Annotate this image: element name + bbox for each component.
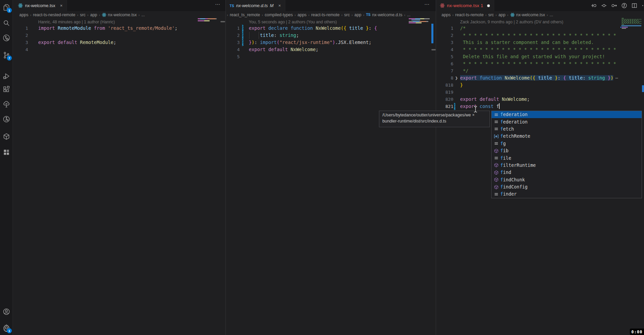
editor-body[interactable]: Hanric, 48 minutes ago | 1 author (Hanri… [13,19,225,335]
code-line[interactable]: 1/* [436,25,644,32]
breadcrumb-item[interactable]: src [80,13,86,17]
editor-body[interactable]: You, 5 seconds ago | 2 authors (You and … [226,19,436,335]
breadcrumb-item[interactable]: TSnx-welcome.d.ts [366,13,403,17]
breadcrumb-item[interactable]: app [498,13,505,17]
code-line[interactable]: 3export default RemoteModule; [13,39,225,46]
breadcrumb-item[interactable]: react-ts-remote [455,13,484,17]
code-line[interactable]: 1export declare function NxWelcome({ tit… [226,25,436,32]
breadcrumb-item[interactable]: ... [141,13,145,17]
breadcrumb-item[interactable]: src [488,13,494,17]
activity-bar-item-account[interactable] [0,305,13,318]
activity-bar-item-extensions[interactable] [0,83,13,96]
code-line[interactable]: 4 * * * * * * * * * * * * * * * * * * * … [436,46,644,53]
discard-icon[interactable] [590,2,597,9]
code-line[interactable]: 2 title: string; [226,32,436,39]
chevron-right-icon: › [341,13,342,17]
code-line[interactable]: 820export default NxWelcome; [436,96,644,103]
breadcrumb-item[interactable]: compiled-types [265,13,293,17]
suggestion-item[interactable]: fetchRemote [492,133,642,140]
compare-changes-icon[interactable] [600,2,607,9]
breadcrumb-item[interactable]: apps [19,13,28,17]
suggestion-item[interactable]: findConfig [492,183,642,191]
breadcrumb[interactable]: ›react_ts_remote›compiled-types›apps›rea… [227,11,410,19]
code-line[interactable]: 3}): import("react/jsx-runtime").JSX.Ele… [226,39,436,46]
suggestion-item[interactable]: fg [492,140,642,147]
breadcrumb[interactable]: apps›react-ts-nested-remote›src›app›nx-w… [19,11,145,19]
folded-ellipsis[interactable]: ⋯ [615,75,618,81]
activity-bar-item-todo-tree[interactable] [0,98,13,111]
code-line[interactable]: 5 [226,53,436,60]
symbol-constant-icon [493,141,499,146]
suggestion-item[interactable]: findChunk [492,176,642,183]
code-text: import RemoteModule from 'react_ts_remot… [38,25,177,32]
more-actions-icon[interactable]: ⋯ [215,1,220,7]
code-line[interactable]: 8❯export function NxWelcome({ title }: {… [436,74,644,82]
split-editor-icon[interactable] [631,2,638,9]
minimap[interactable] [622,18,624,19]
tab-nx-welcome-dts[interactable]: TS nx-welcome.d.ts M × [226,0,285,11]
code-line[interactable]: 2 * * * * * * * * * * * * * * * * * * * … [436,32,644,39]
code-line[interactable]: 5 Delete this file and get started with … [436,53,644,60]
more-actions-icon[interactable] [641,2,644,9]
breadcrumb-item[interactable]: nx-welcome.tsx [510,13,545,17]
breadcrumb-item[interactable]: apps [442,13,451,17]
activity-bar-item-run-debug[interactable] [0,70,13,83]
activity-bar-item-timeline[interactable] [0,113,13,126]
fold-chevron-icon[interactable]: ❯ [455,74,458,82]
code-line[interactable]: 2 [13,32,225,39]
close-icon[interactable]: × [278,3,281,8]
timeline-icon[interactable] [621,2,627,9]
breadcrumb-item[interactable]: app [90,13,97,17]
suggestion-item[interactable]: federation [492,118,642,125]
minimap[interactable] [198,18,217,19]
suggestion-item[interactable]: find [492,169,642,176]
line-number: 2 [226,32,240,39]
tab-nx-welcome-tsx-1[interactable]: nx-welcome.tsx 1 [436,0,494,11]
gutter [453,103,460,110]
code-line[interactable]: 4export default NxWelcome; [226,46,436,53]
suggestion-list[interactable]: federationfederationfetchfetchRemotefgfi… [491,111,642,198]
symbol-method-icon [493,170,499,175]
close-icon[interactable]: × [60,3,63,8]
line-number: 3 [226,39,240,46]
line-number: 4 [226,46,240,53]
activity-bar-item-explorer[interactable]: 1 [0,1,13,14]
activity-bar-item-settings-gear[interactable]: 1 [0,321,13,334]
breadcrumb-item[interactable]: ... [407,13,410,17]
code-line[interactable]: 819 [436,89,644,96]
activity-bar-item-grid[interactable] [0,146,13,159]
suggestion-item[interactable]: fetch [492,126,642,133]
more-actions-icon[interactable]: ⋯ [424,1,430,7]
code-line[interactable]: 818} [436,82,644,89]
breadcrumb-item[interactable]: src [344,13,350,17]
code-line[interactable]: 7 */ [436,67,644,74]
code-line[interactable]: 1import RemoteModule from 'react_ts_remo… [13,25,225,32]
code-line[interactable]: 4 [13,46,225,53]
activity-bar-item-source-control[interactable]: 7 [0,49,13,62]
breadcrumb[interactable]: apps›react-ts-remote›src›app›nx-welcome.… [442,11,553,19]
activity-bar-item-code-review[interactable] [0,31,13,44]
activity-bar-item-search[interactable] [0,17,13,29]
breadcrumb-item[interactable]: react-ts-remote [311,13,339,17]
code-line[interactable]: 6 * * * * * * * * * * * * * * * * * * * … [436,60,644,67]
line-number: 4 [13,46,28,53]
suggestion-item[interactable]: fib [492,147,642,154]
suggestion-item[interactable]: filterRuntime [492,162,642,169]
minimap[interactable] [409,18,430,19]
breadcrumb-item[interactable]: react-ts-nested-remote [33,13,75,17]
line-number: 3 [436,39,453,46]
breadcrumb-item[interactable]: app [354,13,361,17]
suggestion-item[interactable]: finder [492,191,642,198]
suggestion-item[interactable]: federation [492,111,642,118]
code-line[interactable]: 821export const f [436,103,644,110]
breadcrumb-item[interactable]: react_ts_remote [230,13,260,17]
breadcrumb-item[interactable]: apps [297,13,307,17]
suggestion-item[interactable]: file [492,154,642,161]
activity-bar-item-module[interactable] [0,130,13,143]
breadcrumb-item[interactable]: ... [550,13,553,17]
code-line[interactable]: 3 This is a starter component and can be… [436,39,644,46]
line-number: 4 [436,46,453,53]
tab-nx-welcome-tsx[interactable]: nx-welcome.tsx × [13,0,67,11]
next-change-icon[interactable] [611,2,617,9]
breadcrumb-item[interactable]: nx-welcome.tsx [102,13,137,17]
